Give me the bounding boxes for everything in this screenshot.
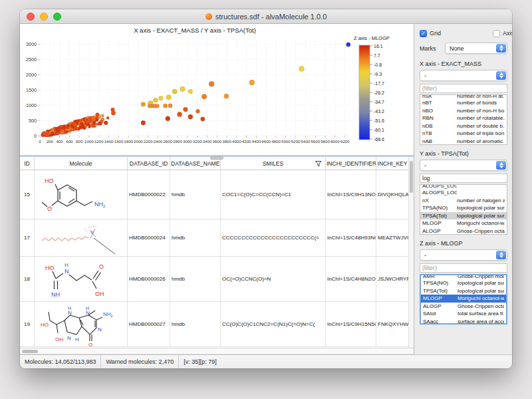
col-header-inchi-identifier[interactable]: INCHI_IDENTIFIER [326, 157, 376, 170]
grid-checkbox[interactable]: ✓ [420, 30, 427, 37]
dropdown-stepper-icon [496, 71, 506, 80]
svg-text:1000: 1000 [26, 102, 37, 108]
svg-text:3600: 3600 [212, 139, 221, 144]
table-row[interactable]: 19 H N H N NH2 [20, 302, 408, 347]
svg-text:800: 800 [76, 139, 83, 144]
svg-text:NH: NH [51, 291, 60, 298]
svg-text:4600: 4600 [261, 139, 271, 144]
list-item[interactable]: nBOnumber of non-H bo... [420, 107, 507, 115]
svg-text:-0.8: -0.8 [374, 63, 382, 67]
table-row[interactable]: 18 HO NH H N O OH [20, 257, 408, 302]
x-axis-descriptor-list: nSKnumber of non-H at... nBTnumber of bo… [420, 94, 507, 145]
list-item[interactable]: SAtottotal surface area fr... [421, 310, 506, 318]
svg-text:OH: OH [55, 336, 63, 342]
x-axis-title: X axis - EXACT_MASS [420, 61, 507, 67]
svg-text:3000: 3000 [183, 139, 192, 144]
table-vertical-scrollbar[interactable] [408, 157, 414, 348]
filter-funnel-icon[interactable] [315, 161, 322, 168]
svg-text:0: 0 [39, 139, 41, 144]
z-axis-filter-input[interactable]: (filter) [420, 263, 507, 273]
svg-text:2800: 2800 [173, 139, 182, 144]
col-header-molecule[interactable]: Molecule [35, 157, 128, 170]
list-item[interactable]: nABnumber of aromatic... [420, 138, 507, 146]
cell-inchi-key: DIVQKHQLANK [376, 170, 408, 219]
svg-text:Z axis - MLOGP: Z axis - MLOGP [354, 35, 390, 41]
cell-smiles: COC1=C(O)C=CC(CCN)=C1 [221, 170, 326, 219]
y-axis-dropdown[interactable]: - [420, 160, 507, 171]
splitter-grip[interactable] [210, 156, 223, 160]
marks-dropdown[interactable]: None [445, 43, 507, 54]
svg-text:400: 400 [56, 139, 63, 144]
svg-text:2400: 2400 [154, 139, 163, 144]
cell-id: 17 [20, 219, 35, 257]
list-item[interactable]: nTBnumber of triple bon... [420, 130, 507, 138]
minimize-button[interactable] [40, 13, 48, 21]
svg-text:2500: 2500 [26, 57, 37, 63]
col-header-database-id[interactable]: DATABASE_ID [128, 157, 170, 170]
marks-label: Marks [420, 45, 445, 52]
list-item[interactable]: RBNnumber of rotatable... [420, 114, 507, 122]
col-header-inchi-key[interactable]: INCHI_KEY [376, 157, 408, 170]
cell-inchi: InChI=1S/C9H13NO2/c1-12- [326, 170, 376, 219]
col-header-smiles[interactable]: SMILES [221, 157, 326, 170]
list-item[interactable]: TPSA(NO)topological polar sur... [420, 204, 507, 212]
scrollbar-thumb[interactable] [410, 161, 413, 193]
list-item[interactable]: TPSA(Tot)topological polar sur... [421, 287, 506, 295]
z-axis-dropdown[interactable]: - [420, 249, 507, 261]
x-axis-filter-input[interactable]: (filter) [420, 84, 507, 93]
svg-text:HO: HO [45, 265, 55, 271]
molecule-structure: H N H N NH2 N H N O HO OH [35, 302, 128, 347]
cell-database-id: HMDB0000027 [128, 302, 170, 347]
cell-inchi: InChI=1S/C9H15N5O3/c1-3 [326, 302, 376, 347]
list-item[interactable]: ALOGPS_LOGS [420, 189, 507, 197]
list-item[interactable]: nXnumber of halogen a... [420, 197, 507, 205]
list-item[interactable]: nSKnumber of non-H at... [420, 95, 507, 99]
x-axis-dropdown[interactable]: - [420, 70, 507, 81]
svg-text:1800: 1800 [124, 139, 133, 144]
cell-inchi-key: FNKQXYHWGS [376, 302, 408, 347]
scatter-plot[interactable]: X axis - EXACT_MASS / Y axis - TPSA(Tot)… [20, 24, 414, 157]
dropdown-stepper-icon [496, 44, 506, 53]
svg-text:-51.6: -51.6 [374, 118, 384, 123]
list-item[interactable]: ALOGPGhose-Crippen octa... [420, 227, 507, 235]
svg-text:5800: 5800 [321, 139, 330, 144]
y-axis-filter-input[interactable]: log [420, 174, 507, 183]
window-title: structures.sdf - alvaMolecule 1.0.0 [20, 13, 512, 21]
cell-inchi-key: JSJWCHRYRHI [376, 257, 408, 302]
list-item[interactable]: TPSA(NO)topological polar sur... [421, 279, 506, 287]
svg-text:X axis - EXACT_MASS / Y axis -: X axis - EXACT_MASS / Y axis - TPSA(Tot) [134, 27, 256, 34]
list-item[interactable]: nDBnumber of double b... [420, 122, 507, 130]
svg-text:N: N [86, 310, 90, 316]
z-axis-descriptor-list: AMRGhose-Crippen mola... TPSA(NO)topolog… [420, 274, 507, 325]
list-item[interactable]: AMRGhose-Crippen mola... [421, 275, 506, 279]
list-item[interactable]: nBTnumber of bonds [420, 99, 507, 107]
svg-text:1400: 1400 [104, 139, 114, 144]
svg-text:HO: HO [41, 322, 49, 328]
table-row[interactable]: 15 HO O NH2 HMDB0000022 hmdb COC1=C(O)C=… [20, 170, 408, 219]
list-item-selected[interactable]: MLOGPMoriguchi octanol-w... [421, 295, 506, 303]
list-item-selected[interactable]: TPSA(Tot)topological polar sur... [420, 212, 507, 220]
axis-checkbox[interactable] [493, 30, 500, 37]
svg-text:N: N [91, 230, 94, 234]
table-row[interactable]: 17 N HMDB0000024 hmdb CCCCCCCCCCCCCCCCCC… [20, 219, 408, 257]
list-item[interactable]: MLOGPMoriguchi octanol-w... [420, 219, 507, 227]
cell-database-id: HMDB0000026 [128, 257, 170, 302]
svg-text:H: H [65, 262, 68, 268]
zoom-button[interactable] [53, 13, 61, 21]
status-bar: Molecules: 14,052/113,983 Warned molecul… [20, 354, 512, 368]
y-axis-title: Y axis - TPSA(Tot) [420, 150, 507, 157]
col-header-id[interactable]: ID [20, 157, 35, 170]
close-button[interactable] [27, 13, 35, 21]
cell-inchi: InChI=1S/C48H93NO11S/c1 [326, 219, 376, 257]
scrollbar-thumb[interactable] [22, 350, 38, 353]
list-item[interactable]: ALOGPGhose-Crippen octa... [421, 303, 506, 311]
svg-text:N: N [65, 268, 69, 275]
list-item[interactable]: SAaccsurface area of acce... [421, 318, 506, 325]
table-horizontal-scrollbar[interactable] [20, 348, 414, 354]
svg-text:-43.2: -43.2 [374, 109, 384, 114]
status-vp: [v: 35][p: 79] [179, 355, 221, 368]
svg-text:6000: 6000 [331, 139, 340, 144]
svg-text:1200: 1200 [94, 139, 104, 144]
svg-text:2000: 2000 [134, 139, 143, 144]
cell-database-id: HMDB0000022 [128, 170, 170, 219]
